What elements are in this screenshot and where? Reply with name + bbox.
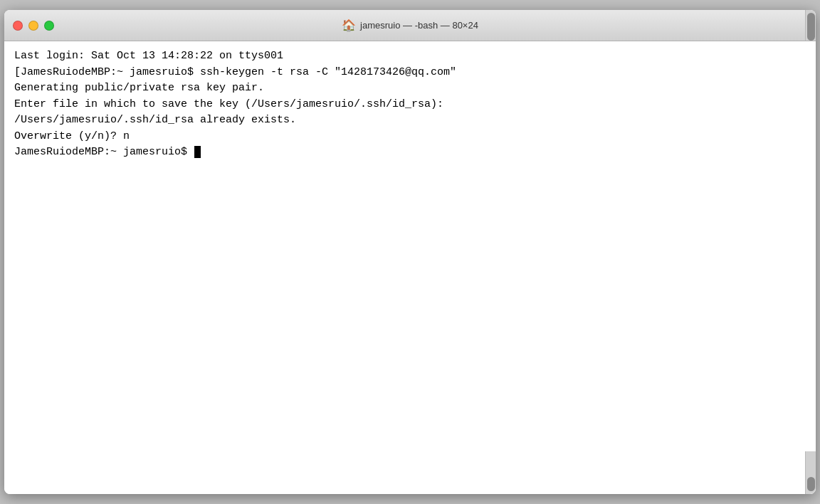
terminal-line-1: Last login: Sat Oct 13 14:28:22 on ttys0… (14, 50, 283, 62)
maximize-button[interactable] (44, 21, 54, 31)
traffic-lights[interactable] (13, 21, 54, 31)
terminal-output: Last login: Sat Oct 13 14:28:22 on ttys0… (14, 48, 801, 161)
terminal-line-6: Overwrite (y/n)? n (14, 130, 130, 142)
scrollbar-bottom[interactable] (805, 451, 816, 494)
terminal-line-3: Generating public/private rsa key pair. (14, 82, 264, 94)
titlebar: 🏠 jamesruio — -bash — 80×24 (4, 10, 816, 41)
title-area: 🏠 jamesruio — -bash — 80×24 (342, 19, 478, 32)
titlebar-scrollbar[interactable] (805, 10, 816, 41)
minimize-button[interactable] (28, 21, 38, 31)
terminal-line-5: /Users/jamesruio/.ssh/id_rsa already exi… (14, 114, 296, 126)
terminal-body[interactable]: Last login: Sat Oct 13 14:28:22 on ttys0… (4, 41, 816, 494)
scrollbar-thumb-top[interactable] (807, 13, 815, 41)
home-icon: 🏠 (342, 19, 356, 32)
terminal-line-2: [JamesRuiodeMBP:~ jamesruio$ ssh-keygen … (14, 66, 456, 78)
terminal-line-7: JamesRuiodeMBP:~ jamesruio$ (14, 146, 194, 158)
cursor (194, 146, 201, 158)
close-button[interactable] (13, 21, 23, 31)
terminal-line-4: Enter file in which to save the key (/Us… (14, 98, 443, 110)
window-title: jamesruio — -bash — 80×24 (360, 20, 478, 31)
terminal-window: 🏠 jamesruio — -bash — 80×24 Last login: … (4, 10, 816, 494)
scrollbar-bottom-thumb[interactable] (807, 477, 815, 491)
